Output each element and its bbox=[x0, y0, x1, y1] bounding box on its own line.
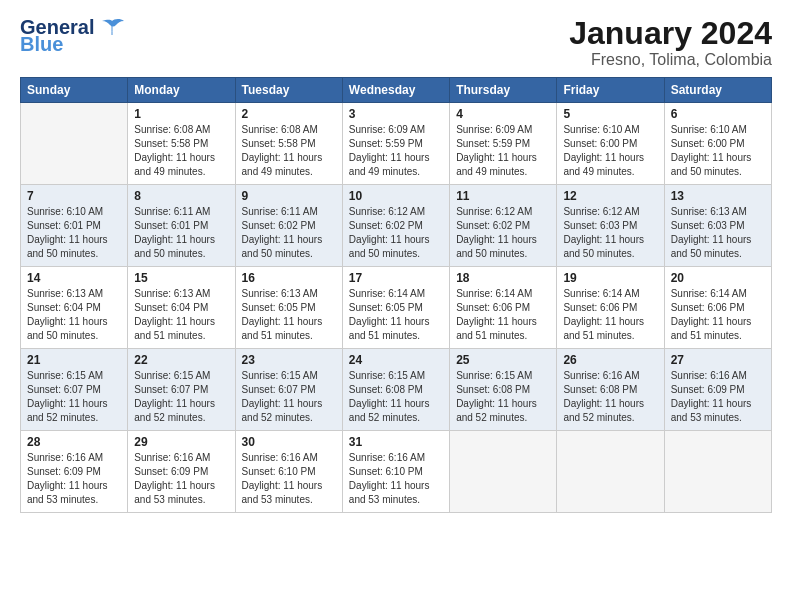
day-info: Sunrise: 6:10 AM Sunset: 6:00 PM Dayligh… bbox=[563, 123, 657, 179]
day-number: 15 bbox=[134, 271, 228, 285]
day-number: 23 bbox=[242, 353, 336, 367]
header-sunday: Sunday bbox=[21, 78, 128, 103]
header: General Blue January 2024 Fresno, Tolima… bbox=[20, 16, 772, 69]
day-info: Sunrise: 6:13 AM Sunset: 6:05 PM Dayligh… bbox=[242, 287, 336, 343]
calendar-cell: 20Sunrise: 6:14 AM Sunset: 6:06 PM Dayli… bbox=[664, 267, 771, 349]
day-info: Sunrise: 6:09 AM Sunset: 5:59 PM Dayligh… bbox=[456, 123, 550, 179]
calendar-cell: 17Sunrise: 6:14 AM Sunset: 6:05 PM Dayli… bbox=[342, 267, 449, 349]
week-row-2: 7Sunrise: 6:10 AM Sunset: 6:01 PM Daylig… bbox=[21, 185, 772, 267]
calendar-cell: 31Sunrise: 6:16 AM Sunset: 6:10 PM Dayli… bbox=[342, 431, 449, 513]
day-number: 19 bbox=[563, 271, 657, 285]
header-friday: Friday bbox=[557, 78, 664, 103]
day-info: Sunrise: 6:09 AM Sunset: 5:59 PM Dayligh… bbox=[349, 123, 443, 179]
calendar-cell: 28Sunrise: 6:16 AM Sunset: 6:09 PM Dayli… bbox=[21, 431, 128, 513]
calendar-cell: 23Sunrise: 6:15 AM Sunset: 6:07 PM Dayli… bbox=[235, 349, 342, 431]
day-number: 10 bbox=[349, 189, 443, 203]
day-info: Sunrise: 6:10 AM Sunset: 6:01 PM Dayligh… bbox=[27, 205, 121, 261]
day-info: Sunrise: 6:12 AM Sunset: 6:02 PM Dayligh… bbox=[349, 205, 443, 261]
day-info: Sunrise: 6:15 AM Sunset: 6:07 PM Dayligh… bbox=[242, 369, 336, 425]
day-number: 14 bbox=[27, 271, 121, 285]
header-saturday: Saturday bbox=[664, 78, 771, 103]
day-number: 9 bbox=[242, 189, 336, 203]
day-number: 18 bbox=[456, 271, 550, 285]
calendar-cell bbox=[21, 103, 128, 185]
day-number: 25 bbox=[456, 353, 550, 367]
day-info: Sunrise: 6:15 AM Sunset: 6:08 PM Dayligh… bbox=[349, 369, 443, 425]
day-number: 31 bbox=[349, 435, 443, 449]
calendar-cell: 25Sunrise: 6:15 AM Sunset: 6:08 PM Dayli… bbox=[450, 349, 557, 431]
calendar-cell: 11Sunrise: 6:12 AM Sunset: 6:02 PM Dayli… bbox=[450, 185, 557, 267]
calendar-cell bbox=[664, 431, 771, 513]
calendar-cell: 14Sunrise: 6:13 AM Sunset: 6:04 PM Dayli… bbox=[21, 267, 128, 349]
calendar-cell bbox=[450, 431, 557, 513]
calendar-cell: 21Sunrise: 6:15 AM Sunset: 6:07 PM Dayli… bbox=[21, 349, 128, 431]
day-number: 22 bbox=[134, 353, 228, 367]
day-info: Sunrise: 6:15 AM Sunset: 6:07 PM Dayligh… bbox=[134, 369, 228, 425]
calendar-cell: 7Sunrise: 6:10 AM Sunset: 6:01 PM Daylig… bbox=[21, 185, 128, 267]
calendar-cell: 15Sunrise: 6:13 AM Sunset: 6:04 PM Dayli… bbox=[128, 267, 235, 349]
calendar-cell: 2Sunrise: 6:08 AM Sunset: 5:58 PM Daylig… bbox=[235, 103, 342, 185]
day-number: 20 bbox=[671, 271, 765, 285]
day-number: 7 bbox=[27, 189, 121, 203]
week-row-4: 21Sunrise: 6:15 AM Sunset: 6:07 PM Dayli… bbox=[21, 349, 772, 431]
day-number: 16 bbox=[242, 271, 336, 285]
day-info: Sunrise: 6:16 AM Sunset: 6:09 PM Dayligh… bbox=[134, 451, 228, 507]
logo-blue: Blue bbox=[20, 33, 63, 56]
day-info: Sunrise: 6:16 AM Sunset: 6:09 PM Dayligh… bbox=[27, 451, 121, 507]
day-info: Sunrise: 6:16 AM Sunset: 6:10 PM Dayligh… bbox=[242, 451, 336, 507]
calendar-cell: 30Sunrise: 6:16 AM Sunset: 6:10 PM Dayli… bbox=[235, 431, 342, 513]
day-number: 11 bbox=[456, 189, 550, 203]
day-info: Sunrise: 6:14 AM Sunset: 6:06 PM Dayligh… bbox=[456, 287, 550, 343]
day-number: 6 bbox=[671, 107, 765, 121]
calendar-cell: 4Sunrise: 6:09 AM Sunset: 5:59 PM Daylig… bbox=[450, 103, 557, 185]
day-number: 27 bbox=[671, 353, 765, 367]
day-number: 2 bbox=[242, 107, 336, 121]
day-info: Sunrise: 6:15 AM Sunset: 6:08 PM Dayligh… bbox=[456, 369, 550, 425]
day-info: Sunrise: 6:13 AM Sunset: 6:04 PM Dayligh… bbox=[27, 287, 121, 343]
calendar-cell: 8Sunrise: 6:11 AM Sunset: 6:01 PM Daylig… bbox=[128, 185, 235, 267]
day-info: Sunrise: 6:10 AM Sunset: 6:00 PM Dayligh… bbox=[671, 123, 765, 179]
day-info: Sunrise: 6:16 AM Sunset: 6:08 PM Dayligh… bbox=[563, 369, 657, 425]
calendar-cell: 16Sunrise: 6:13 AM Sunset: 6:05 PM Dayli… bbox=[235, 267, 342, 349]
calendar-title: January 2024 bbox=[569, 16, 772, 51]
header-wednesday: Wednesday bbox=[342, 78, 449, 103]
day-info: Sunrise: 6:15 AM Sunset: 6:07 PM Dayligh… bbox=[27, 369, 121, 425]
calendar-table: Sunday Monday Tuesday Wednesday Thursday… bbox=[20, 77, 772, 513]
day-number: 28 bbox=[27, 435, 121, 449]
header-tuesday: Tuesday bbox=[235, 78, 342, 103]
day-info: Sunrise: 6:08 AM Sunset: 5:58 PM Dayligh… bbox=[242, 123, 336, 179]
day-number: 21 bbox=[27, 353, 121, 367]
day-info: Sunrise: 6:12 AM Sunset: 6:02 PM Dayligh… bbox=[456, 205, 550, 261]
day-number: 17 bbox=[349, 271, 443, 285]
day-info: Sunrise: 6:16 AM Sunset: 6:10 PM Dayligh… bbox=[349, 451, 443, 507]
calendar-cell: 6Sunrise: 6:10 AM Sunset: 6:00 PM Daylig… bbox=[664, 103, 771, 185]
day-info: Sunrise: 6:08 AM Sunset: 5:58 PM Dayligh… bbox=[134, 123, 228, 179]
calendar-cell: 24Sunrise: 6:15 AM Sunset: 6:08 PM Dayli… bbox=[342, 349, 449, 431]
day-number: 4 bbox=[456, 107, 550, 121]
calendar-subtitle: Fresno, Tolima, Colombia bbox=[569, 51, 772, 69]
calendar-cell: 19Sunrise: 6:14 AM Sunset: 6:06 PM Dayli… bbox=[557, 267, 664, 349]
day-info: Sunrise: 6:14 AM Sunset: 6:06 PM Dayligh… bbox=[563, 287, 657, 343]
header-monday: Monday bbox=[128, 78, 235, 103]
logo: General Blue bbox=[20, 16, 126, 56]
calendar-cell bbox=[557, 431, 664, 513]
calendar-cell: 1Sunrise: 6:08 AM Sunset: 5:58 PM Daylig… bbox=[128, 103, 235, 185]
day-info: Sunrise: 6:13 AM Sunset: 6:04 PM Dayligh… bbox=[134, 287, 228, 343]
calendar-cell: 10Sunrise: 6:12 AM Sunset: 6:02 PM Dayli… bbox=[342, 185, 449, 267]
day-number: 24 bbox=[349, 353, 443, 367]
day-info: Sunrise: 6:13 AM Sunset: 6:03 PM Dayligh… bbox=[671, 205, 765, 261]
week-row-1: 1Sunrise: 6:08 AM Sunset: 5:58 PM Daylig… bbox=[21, 103, 772, 185]
calendar-cell: 29Sunrise: 6:16 AM Sunset: 6:09 PM Dayli… bbox=[128, 431, 235, 513]
calendar-header-row: Sunday Monday Tuesday Wednesday Thursday… bbox=[21, 78, 772, 103]
day-number: 5 bbox=[563, 107, 657, 121]
week-row-5: 28Sunrise: 6:16 AM Sunset: 6:09 PM Dayli… bbox=[21, 431, 772, 513]
day-info: Sunrise: 6:14 AM Sunset: 6:05 PM Dayligh… bbox=[349, 287, 443, 343]
day-info: Sunrise: 6:11 AM Sunset: 6:01 PM Dayligh… bbox=[134, 205, 228, 261]
calendar-cell: 3Sunrise: 6:09 AM Sunset: 5:59 PM Daylig… bbox=[342, 103, 449, 185]
day-number: 1 bbox=[134, 107, 228, 121]
calendar-cell: 5Sunrise: 6:10 AM Sunset: 6:00 PM Daylig… bbox=[557, 103, 664, 185]
header-thursday: Thursday bbox=[450, 78, 557, 103]
calendar-cell: 26Sunrise: 6:16 AM Sunset: 6:08 PM Dayli… bbox=[557, 349, 664, 431]
day-number: 13 bbox=[671, 189, 765, 203]
week-row-3: 14Sunrise: 6:13 AM Sunset: 6:04 PM Dayli… bbox=[21, 267, 772, 349]
